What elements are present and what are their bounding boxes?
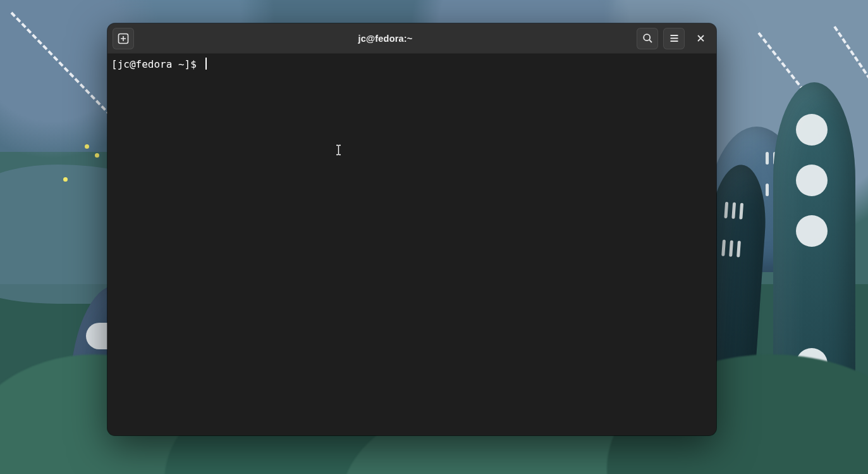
new-tab-button[interactable] bbox=[113, 28, 134, 49]
svg-point-3 bbox=[644, 34, 650, 41]
search-icon bbox=[642, 33, 653, 44]
close-icon bbox=[696, 34, 706, 43]
mouse-pointer-ibeam bbox=[336, 116, 341, 128]
terminal-viewport[interactable]: [jc@fedora ~]$ bbox=[107, 54, 716, 435]
hamburger-menu-icon bbox=[669, 33, 680, 44]
text-cursor bbox=[205, 58, 207, 70]
terminal-window: jc@fedora:~ bbox=[107, 23, 716, 435]
search-button[interactable] bbox=[637, 28, 658, 49]
window-titlebar[interactable]: jc@fedora:~ bbox=[107, 23, 716, 54]
close-button[interactable] bbox=[690, 28, 711, 49]
window-title: jc@fedora:~ bbox=[139, 34, 632, 44]
svg-line-4 bbox=[649, 40, 652, 42]
shell-prompt: [jc@fedora ~]$ bbox=[111, 58, 203, 70]
plus-square-icon bbox=[118, 33, 129, 44]
menu-button[interactable] bbox=[663, 28, 685, 49]
